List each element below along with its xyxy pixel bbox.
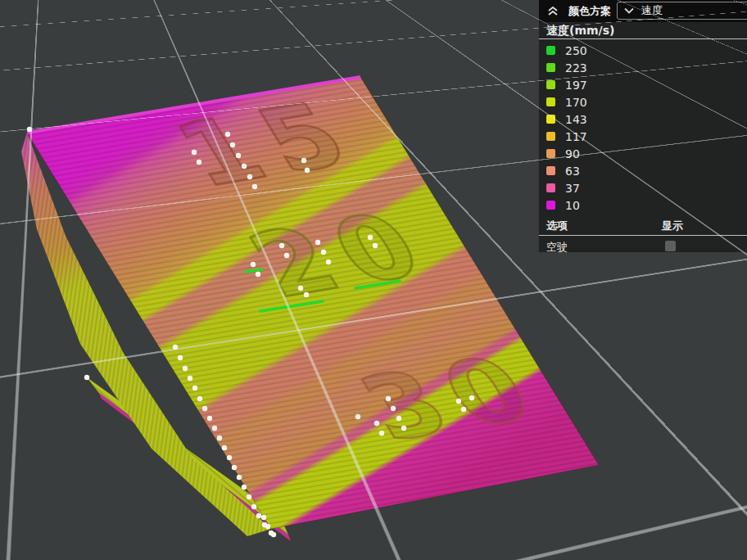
legend-value: 37 <box>565 182 580 195</box>
legend-color-chip <box>546 132 555 141</box>
legend-value: 250 <box>565 44 587 57</box>
legend-list: 25022319717014311790633710 <box>539 39 747 214</box>
travel-label: 空驶 <box>539 240 568 255</box>
legend-color-chip <box>546 115 555 124</box>
legend-title: 速度(mm/s) <box>539 22 747 39</box>
legend-row: 10 <box>539 196 747 214</box>
legend-color-chip <box>546 183 555 192</box>
legend-value: 90 <box>565 147 580 160</box>
legend-color-chip <box>546 166 555 175</box>
legend-row: 90 <box>539 145 747 162</box>
legend-value: 223 <box>565 61 587 75</box>
legend-value: 170 <box>565 96 587 109</box>
legend-row: 197 <box>539 76 747 93</box>
legend-value: 117 <box>565 130 587 143</box>
legend-color-chip <box>546 46 555 55</box>
legend-color-chip <box>546 80 555 89</box>
legend-row: 63 <box>539 162 747 179</box>
display-header-label: 显示 <box>662 219 683 233</box>
panel-header: 颜色方案 速度 <box>539 0 747 22</box>
legend-row: 117 <box>539 128 747 145</box>
legend-row: 37 <box>539 179 747 196</box>
collapse-panel-icon[interactable] <box>547 6 559 16</box>
slicer-preview-window: 15 20 30 颜色方案 <box>0 0 747 560</box>
dropdown-value: 速度 <box>641 3 663 18</box>
legend-color-chip <box>546 97 555 106</box>
chevron-down-icon <box>624 7 634 14</box>
legend-row: 250 <box>539 42 747 59</box>
legend-value: 10 <box>565 199 580 212</box>
color-scheme-panel: 颜色方案 速度 速度(mm/s) 25022319717014311790633… <box>539 0 747 252</box>
travel-row: 空驶 <box>539 236 747 258</box>
travel-checkbox[interactable] <box>665 241 676 251</box>
options-header-row: 选项 显示 <box>539 216 747 236</box>
legend-row: 170 <box>539 93 747 111</box>
legend-row: 143 <box>539 111 747 128</box>
legend-value: 143 <box>565 113 587 126</box>
panel-title: 颜色方案 <box>568 4 611 19</box>
legend-color-chip <box>546 149 555 158</box>
options-header-label: 选项 <box>539 219 568 233</box>
legend-color-chip <box>546 201 555 210</box>
legend-color-chip <box>546 63 555 72</box>
legend-row: 223 <box>539 59 747 76</box>
legend-value: 197 <box>565 79 587 92</box>
legend-value: 63 <box>565 165 580 178</box>
color-scheme-dropdown[interactable]: 速度 <box>617 2 747 20</box>
